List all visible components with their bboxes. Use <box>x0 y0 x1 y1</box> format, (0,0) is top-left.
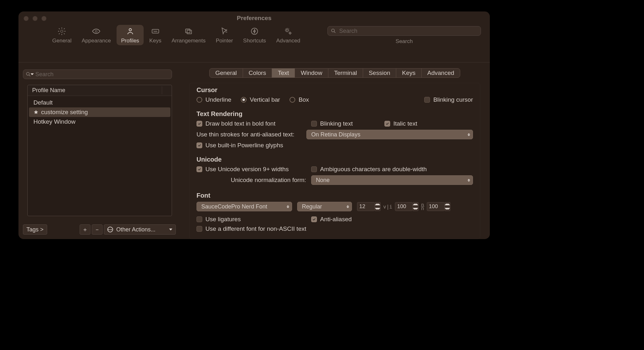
detail-tab-keys[interactable]: Keys <box>396 69 421 77</box>
checkbox-box <box>311 216 317 222</box>
tab-label: Arrangements <box>172 38 206 44</box>
other-actions-label: Other Actions... <box>116 226 155 233</box>
unicode-norm-dropdown[interactable]: None <box>311 175 473 185</box>
stepper-buttons[interactable] <box>413 202 419 211</box>
tab-shortcuts[interactable]: Shortcuts <box>239 25 270 45</box>
tab-pointer[interactable]: Pointer <box>211 25 237 45</box>
radio-dot <box>241 97 247 103</box>
traffic-lights <box>24 16 47 21</box>
updown-icon <box>347 205 349 208</box>
h-spacing-stepper[interactable]: 100 <box>395 202 419 211</box>
tab-keys[interactable]: Keys <box>145 25 166 45</box>
profile-row-hotkey-window[interactable]: Hotkey Window <box>29 117 170 127</box>
keyboard-icon <box>151 27 160 36</box>
detail-tab-session[interactable]: Session <box>363 69 397 77</box>
tab-label: Shortcuts <box>243 38 266 44</box>
svg-point-2 <box>129 29 131 31</box>
blinking-text-checkbox[interactable]: Blinking text <box>311 120 384 127</box>
cursor-radio-box[interactable]: Box <box>290 96 309 103</box>
other-actions-button[interactable]: ••• Other Actions... <box>104 224 176 235</box>
gear-icon <box>57 27 66 36</box>
zoom-button[interactable] <box>41 16 47 21</box>
anti-aliased-label: Anti-aliased <box>320 216 352 223</box>
thin-strokes-dropdown[interactable]: On Retina Displays <box>306 130 473 139</box>
stepper-buttons[interactable] <box>375 202 381 211</box>
toolbar-search-caption: Search <box>396 38 413 45</box>
unicode-norm-value: None <box>316 177 330 184</box>
minimize-button[interactable] <box>32 16 38 21</box>
window-title: Preferences <box>237 15 272 22</box>
updown-icon <box>468 179 470 182</box>
italic-checkbox[interactable]: Italic text <box>384 120 417 127</box>
unicode-v9-checkbox[interactable]: Use Unicode version 9+ widths <box>197 166 311 173</box>
font-weight-value: Regular <box>302 203 322 210</box>
detail-tab-advanced[interactable]: Advanced <box>422 69 460 77</box>
blinking-cursor-checkbox[interactable]: Blinking cursor <box>424 96 473 103</box>
checkbox-box <box>384 121 390 127</box>
cursor-radio-vertical-bar[interactable]: Vertical bar <box>241 96 280 103</box>
updown-icon <box>468 133 470 136</box>
detail-tab-window[interactable]: Window <box>295 69 328 77</box>
nonascii-font-checkbox[interactable]: Use a different font for non-ASCII text <box>197 225 473 232</box>
profile-row-default[interactable]: Default <box>29 98 170 107</box>
close-button[interactable] <box>24 16 29 21</box>
eye-icon <box>92 27 101 36</box>
ellipsis-icon: ••• <box>107 227 113 232</box>
tab-advanced[interactable]: Advanced <box>272 25 305 45</box>
checkbox-box <box>197 121 202 127</box>
detail-tab-terminal[interactable]: Terminal <box>328 69 363 77</box>
font-size-stepper[interactable]: 12 <box>357 202 381 211</box>
remove-profile-button[interactable]: － <box>92 224 103 235</box>
v-spacing-stepper[interactable]: 100 <box>427 202 450 211</box>
tags-button[interactable]: Tags > <box>23 224 47 235</box>
font-row: SauceCodePro Nerd Font Regular 12 v|i 10… <box>197 202 473 211</box>
h-spacing-value[interactable]: 100 <box>395 202 413 211</box>
radio-dot <box>197 97 202 103</box>
detail-tab-text[interactable]: Text <box>272 69 295 77</box>
tab-general[interactable]: General <box>48 25 76 45</box>
powerline-checkbox[interactable]: Use built-in Powerline glyphs <box>197 142 473 149</box>
profiles-header[interactable]: Profile Name <box>28 85 172 96</box>
font-size-value[interactable]: 12 <box>357 202 375 211</box>
tab-arrangements[interactable]: Arrangements <box>167 25 210 45</box>
checkbox-box <box>311 121 317 127</box>
ambiguous-checkbox[interactable]: Ambiguous characters are double-width <box>311 166 427 173</box>
add-profile-button[interactable]: ＋ <box>80 224 90 235</box>
detail-tab-general[interactable]: General <box>210 69 243 77</box>
updown-icon <box>287 205 289 208</box>
font-heading: Font <box>197 192 473 199</box>
bold-checkbox[interactable]: Draw bold text in bold font <box>197 120 311 127</box>
detail-tab-colors[interactable]: Colors <box>243 69 272 77</box>
sidebar-search-input[interactable] <box>23 69 172 79</box>
anti-aliased-checkbox[interactable]: Anti-aliased <box>311 216 352 223</box>
ligatures-label: Use ligatures <box>205 216 241 223</box>
svg-point-9 <box>332 29 334 32</box>
profiles-table: Profile Name Default customize setting H… <box>27 85 172 216</box>
profile-row-customize-setting[interactable]: customize setting <box>29 107 170 117</box>
plus-icon: ＋ <box>82 226 88 233</box>
profile-detail: General Colors Text Window Terminal Sess… <box>180 62 490 239</box>
ambiguous-label: Ambiguous characters are double-width <box>320 166 427 173</box>
ligatures-checkbox[interactable]: Use ligatures <box>197 216 311 223</box>
tab-appearance[interactable]: Appearance <box>77 25 115 45</box>
v-spacing-value[interactable]: 100 <box>427 202 445 211</box>
tab-label: Pointer <box>216 38 233 44</box>
radio-dot <box>290 97 295 103</box>
profile-name: Default <box>33 98 53 107</box>
font-weight-dropdown[interactable]: Regular <box>297 202 352 211</box>
blinking-cursor-label: Blinking cursor <box>433 96 473 103</box>
toolbar-search-input[interactable] <box>327 26 481 36</box>
font-row2: Use ligatures Anti-aliased <box>197 216 473 223</box>
chevron-down-icon[interactable] <box>31 73 34 77</box>
font-family-dropdown[interactable]: SauceCodePro Nerd Font <box>197 202 292 211</box>
windows-icon <box>184 27 193 36</box>
svg-point-10 <box>26 72 29 75</box>
profile-name: customize setting <box>41 108 88 116</box>
tab-profiles[interactable]: Profiles <box>117 25 144 45</box>
person-icon <box>126 27 135 36</box>
nonascii-font-label: Use a different font for non-ASCII text <box>205 225 306 232</box>
toolbar-search-wrap <box>327 26 481 36</box>
stepper-buttons[interactable] <box>445 202 450 211</box>
svg-point-7 <box>286 29 288 31</box>
cursor-radio-underline[interactable]: Underline <box>197 96 231 103</box>
